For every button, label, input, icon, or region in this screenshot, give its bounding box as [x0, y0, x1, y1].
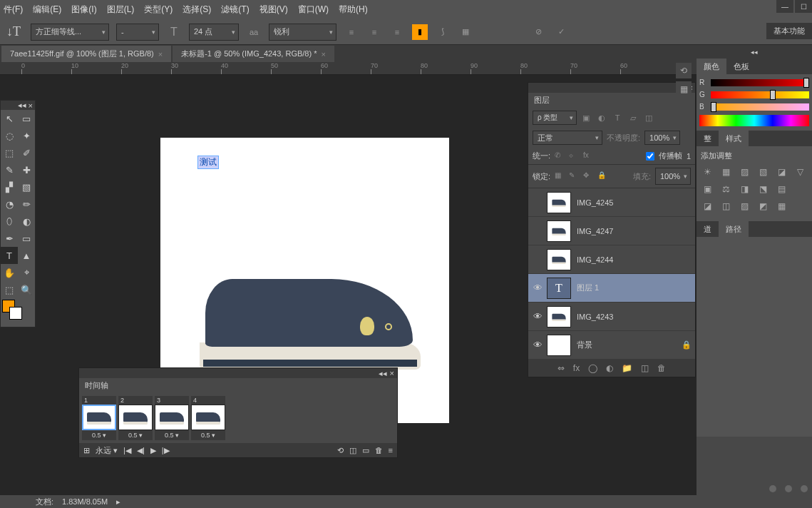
collapse-icon[interactable]: ◂◂: [379, 369, 387, 378]
tool-3-0[interactable]: ✎: [1, 161, 18, 178]
adjustment-layer-button[interactable]: ◐: [606, 363, 613, 373]
filter-shape-icon[interactable]: ▱: [627, 111, 639, 124]
paths-tab[interactable]: 路径: [719, 221, 749, 237]
tool-8-1[interactable]: ▲: [18, 247, 35, 264]
menu-image[interactable]: 图像(I): [71, 4, 96, 16]
tool-2-0[interactable]: ⬚: [1, 144, 18, 161]
timeline-frame[interactable]: 10.5 ▾: [82, 396, 116, 440]
prev-frame-button[interactable]: ◀|: [137, 446, 145, 455]
unify-visibility-icon[interactable]: ⟐: [569, 151, 579, 161]
adjustment-icon[interactable]: ▦: [775, 200, 788, 213]
layer-fx-button[interactable]: fx: [573, 363, 580, 373]
adjustment-icon[interactable]: ◪: [701, 200, 714, 213]
text-color-swatch[interactable]: ▮: [412, 24, 428, 40]
timeline-frame[interactable]: 20.5 ▾: [118, 396, 153, 440]
tool-preset-icon[interactable]: ↓T: [4, 22, 24, 42]
tool-1-0[interactable]: ◌: [1, 127, 18, 144]
adjustment-icon[interactable]: ▽: [793, 166, 806, 178]
lock-move-icon[interactable]: ✥: [583, 171, 593, 181]
minimize-button[interactable]: —: [776, 0, 793, 13]
workspace-switcher[interactable]: 基本功能: [766, 23, 812, 39]
adjustment-icon[interactable]: ⚖: [719, 183, 732, 195]
collapse-icon[interactable]: ◂◂: [697, 49, 812, 59]
menu-select[interactable]: 选择(S): [183, 4, 211, 16]
adjustment-icon[interactable]: ▧: [756, 166, 769, 178]
close-icon[interactable]: ×: [321, 50, 325, 59]
lock-all-icon[interactable]: 🔒: [597, 171, 607, 181]
first-frame-button[interactable]: |◀: [123, 446, 131, 455]
align-right-button[interactable]: ≡: [389, 24, 405, 40]
adjustment-icon[interactable]: ⬔: [756, 183, 769, 195]
close-icon[interactable]: ×: [158, 50, 163, 59]
adjustment-icon[interactable]: ▨: [738, 200, 751, 213]
adjustments-tab-partial[interactable]: 整: [697, 131, 719, 146]
layer-row[interactable]: 👁背景🔒: [528, 331, 695, 360]
tool-0-1[interactable]: ▭: [18, 110, 35, 127]
adjustment-icon[interactable]: ◪: [775, 166, 788, 178]
visibility-toggle[interactable]: 👁: [528, 311, 547, 322]
tool-5-1[interactable]: ✏: [18, 195, 35, 213]
panel-menu-icon[interactable]: ≡: [389, 446, 393, 454]
tool-4-0[interactable]: ▞: [1, 178, 18, 195]
adjustment-icon[interactable]: ◨: [738, 183, 751, 195]
layer-row[interactable]: IMG_4245: [528, 188, 695, 217]
r-slider[interactable]: [711, 79, 809, 86]
filter-smart-icon[interactable]: ◫: [642, 111, 655, 124]
next-frame-button[interactable]: |▶: [162, 446, 170, 455]
adjustment-icon[interactable]: ▤: [775, 183, 788, 195]
tween-button[interactable]: ⟲: [337, 446, 344, 455]
character-panel-button[interactable]: ▦: [458, 24, 473, 40]
layer-filter-dropdown[interactable]: ρ 类型: [533, 111, 577, 125]
new-frame-button[interactable]: ▭: [362, 446, 369, 455]
spectrum-bar[interactable]: [699, 115, 809, 126]
menu-edit[interactable]: 编辑(E): [33, 4, 61, 16]
adjustment-icon[interactable]: ▨: [738, 166, 751, 178]
menu-type[interactable]: 类型(Y): [144, 4, 173, 16]
timeline-frame[interactable]: 40.5 ▾: [191, 396, 225, 440]
filter-type-icon[interactable]: T: [611, 111, 624, 124]
status-arrow-icon[interactable]: ▸: [116, 497, 120, 507]
properties-dock-icon[interactable]: ▦: [676, 81, 692, 97]
tool-2-1[interactable]: ✐: [18, 144, 35, 161]
document-tab-2[interactable]: 未标题-1 @ 50% (IMG_4243, RGB/8) *×: [173, 46, 334, 62]
close-icon[interactable]: ×: [29, 101, 33, 110]
menu-layer[interactable]: 图层(L): [107, 4, 135, 16]
blend-mode-dropdown[interactable]: 正常: [533, 131, 602, 145]
tool-8-0[interactable]: T: [1, 247, 18, 264]
tool-0-0[interactable]: ↖: [1, 110, 18, 127]
tool-1-1[interactable]: ✦: [18, 127, 35, 144]
menu-filter[interactable]: 滤镜(T): [221, 4, 249, 16]
opacity-input[interactable]: 100%: [644, 131, 680, 145]
g-slider[interactable]: [711, 91, 809, 98]
timeline-frame[interactable]: 30.5 ▾: [155, 396, 189, 440]
lock-position-icon[interactable]: ✎: [569, 171, 579, 181]
background-color[interactable]: [9, 307, 22, 320]
unify-style-icon[interactable]: fx: [583, 151, 593, 161]
menu-help[interactable]: 帮助(H): [339, 4, 368, 16]
antialias-dropdown[interactable]: 锐利: [269, 24, 336, 41]
swatches-tab[interactable]: 色板: [726, 59, 756, 74]
tool-6-0[interactable]: ⬯: [1, 213, 18, 230]
cancel-button[interactable]: ⊘: [530, 24, 546, 40]
tool-9-1[interactable]: ⌖: [18, 264, 35, 281]
font-family-dropdown[interactable]: 方正细等线...: [31, 24, 109, 41]
styles-tab[interactable]: 样式: [719, 131, 749, 146]
tool-10-0[interactable]: ⬚: [1, 281, 18, 298]
link-layers-button[interactable]: ⇔: [557, 363, 565, 373]
color-tab[interactable]: 颜色: [697, 59, 726, 74]
adjustment-icon[interactable]: ☀: [701, 166, 714, 178]
commit-button[interactable]: ✓: [553, 24, 569, 40]
text-edit-box[interactable]: 测试: [197, 156, 219, 169]
unify-position-icon[interactable]: ✆: [555, 151, 565, 161]
delete-layer-button[interactable]: 🗑: [657, 363, 666, 373]
convert-icon[interactable]: ⊞: [83, 446, 90, 455]
tool-10-1[interactable]: 🔍: [18, 281, 35, 298]
loop-dropdown[interactable]: 永远 ▾: [96, 445, 118, 456]
delete-frame-button[interactable]: 🗑: [375, 446, 383, 454]
menu-file[interactable]: 件(F): [4, 4, 23, 16]
fill-input[interactable]: 100%: [655, 168, 691, 185]
layer-row[interactable]: 👁IMG_4243: [528, 303, 695, 331]
channels-tab-partial[interactable]: 道: [697, 221, 719, 237]
adjustment-icon[interactable]: ◩: [756, 200, 769, 213]
layer-mask-button[interactable]: ◯: [588, 363, 597, 373]
